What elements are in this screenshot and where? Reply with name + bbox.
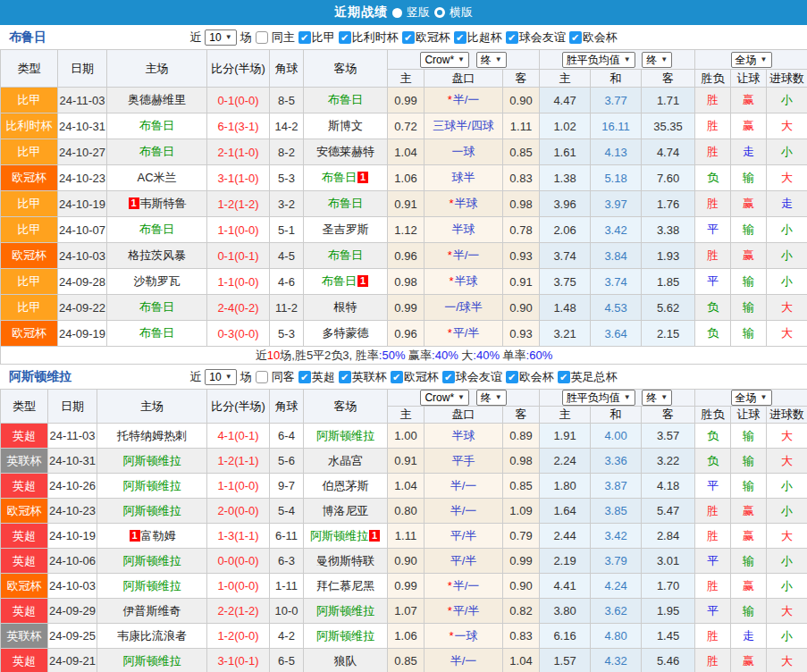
radio-unselected-icon[interactable]	[434, 7, 445, 18]
handicap-line-text: 一/球半	[444, 300, 483, 314]
league-filter[interactable]: ✔球会友谊	[506, 29, 566, 46]
league-filter[interactable]: ✔欧会杯	[569, 29, 618, 46]
checkbox-checked-icon[interactable]: ✔	[339, 31, 351, 44]
handicap-line-text: 平/半	[453, 326, 480, 340]
league-filter[interactable]: ✔欧冠杯	[402, 29, 450, 46]
avg-away-odds: 1.95	[642, 599, 695, 624]
layout-option-horizontal[interactable]: 横版	[450, 4, 473, 21]
goals-outcome-text: 小	[781, 145, 793, 158]
league-filter[interactable]: ✔英超	[298, 369, 335, 385]
league-filter[interactable]: ✔比利时杯	[339, 29, 399, 46]
goals-outcome: 大	[767, 295, 807, 321]
matches-body: 比甲24-11-03奥德赫维里0-1(0-0)8-5布鲁日0.99*半/一0.9…	[1, 88, 807, 365]
checkbox-checked-icon[interactable]: ✔	[454, 31, 467, 44]
bookmaker-select[interactable]: Crow* ▼	[420, 390, 469, 406]
avg-odds-select[interactable]: 胜平负均值 ▼	[562, 52, 635, 68]
avg-away-odds-text: 1.45	[657, 629, 679, 643]
checkbox-checked-icon[interactable]: ✔	[298, 31, 311, 44]
avg-draw-odds: 5.18	[591, 165, 642, 191]
handicap-outcome-text: 输	[743, 429, 754, 442]
corner-count: 6-11	[270, 524, 304, 549]
handicap-outcome-text: 赢	[743, 529, 754, 542]
match-scope-select[interactable]: 全场 ▼	[731, 390, 772, 406]
goals-outcome: 大	[767, 599, 807, 624]
recent-count-select[interactable]: 10 ▼	[205, 369, 236, 385]
match-type: 欧冠杯	[1, 574, 48, 599]
handicap-time-select[interactable]: 终 ▼	[476, 52, 507, 68]
goals-outcome: 小	[767, 549, 807, 574]
checkbox-checked-icon[interactable]: ✔	[442, 371, 455, 383]
handicap-away-odds-text: 0.79	[509, 529, 532, 542]
handicap-home-odds-text: 0.99	[394, 94, 416, 107]
match-date: 24-10-03	[48, 574, 97, 599]
corner-count: 4-5	[270, 243, 304, 269]
home-team: 布鲁日	[107, 295, 207, 321]
avg-draw-odds: 16.11	[591, 113, 642, 139]
match-score-text: 1-2(1-1)	[217, 454, 258, 467]
radio-selected-icon[interactable]	[392, 8, 402, 18]
checkbox-checked-icon[interactable]: ✔	[339, 371, 351, 383]
avg-away-odds: 7.60	[642, 165, 695, 191]
league-filter[interactable]: ✔英联杯	[339, 369, 387, 385]
match-row: 欧冠杯24-10-03格拉茨风暴0-1(0-1)4-5布鲁日0.96*半/一0.…	[1, 243, 807, 269]
home-team-name: 韦康比流浪者	[117, 629, 187, 643]
layout-option-vertical[interactable]: 竖版	[407, 4, 430, 21]
checkbox-checked-icon[interactable]: ✔	[569, 31, 582, 44]
home-team: 布鲁日	[107, 217, 207, 243]
handicap-line-text: 平手	[452, 454, 475, 467]
league-filter[interactable]: ✔欧冠杯	[391, 369, 439, 385]
result-outcome: 胜	[695, 624, 731, 649]
handicap-home-odds-text: 0.96	[394, 249, 416, 263]
checkbox-checked-icon[interactable]: ✔	[558, 371, 570, 383]
checkbox-checked-icon[interactable]: ✔	[402, 31, 415, 44]
avg-away-odds-text: 1.85	[657, 275, 679, 289]
handicap-line-text: 半/一	[450, 504, 477, 517]
handicap-outcome-text: 走	[743, 145, 754, 158]
checkbox-checked-icon[interactable]: ✔	[298, 371, 311, 383]
handicap-controls-cell: Crow* ▼ 终 ▼	[388, 50, 540, 70]
same-venue-checkbox[interactable]	[256, 31, 268, 44]
league-filter[interactable]: ✔英足总杯	[558, 369, 618, 385]
match-scope-select[interactable]: 全场 ▼	[731, 52, 772, 68]
avg-time-select[interactable]: 终 ▼	[642, 390, 672, 406]
checkbox-checked-icon[interactable]: ✔	[506, 371, 518, 383]
league-filter[interactable]: ✔比甲	[298, 29, 335, 46]
goals-outcome-text: 小	[781, 274, 793, 288]
result-outcome: 胜	[695, 649, 731, 672]
corner-count-text: 5-4	[278, 504, 295, 517]
checkbox-checked-icon[interactable]: ✔	[391, 371, 403, 383]
avg-draw-odds-text: 3.74	[604, 275, 626, 289]
match-type: 比甲	[1, 269, 58, 295]
result-outcome-text: 负	[707, 454, 719, 467]
league-filter[interactable]: ✔比超杯	[454, 29, 502, 46]
avg-away-odds-text: 1.93	[657, 249, 679, 263]
handicap-star: *	[449, 629, 453, 643]
avg-away-odds: 2.15	[642, 321, 695, 347]
match-score: 2-4(0-2)	[207, 295, 270, 321]
same-venue-checkbox[interactable]	[256, 371, 268, 383]
corner-count-text: 10-0	[274, 604, 298, 617]
match-row: 比甲24-09-22布鲁日2-4(0-2)11-2根特0.99一/球半0.901…	[1, 295, 807, 321]
avg-draw-odds: 3.74	[591, 269, 642, 295]
checkbox-checked-icon[interactable]: ✔	[506, 31, 518, 44]
handicap-time-select[interactable]: 终 ▼	[476, 390, 507, 406]
handicap-outcome: 输	[731, 549, 767, 574]
match-date: 24-10-27	[58, 139, 107, 165]
avg-odds-select[interactable]: 胜平负均值 ▼	[562, 390, 635, 406]
match-score-text: 0-1(0-0)	[217, 94, 258, 107]
recent-count-select[interactable]: 10 ▼	[205, 29, 236, 46]
avg-away-odds-text: 7.60	[657, 172, 679, 185]
bookmaker-select[interactable]: Crow* ▼	[420, 52, 469, 68]
handicap-outcome-text: 输	[743, 604, 754, 617]
goals-outcome: 大	[767, 165, 807, 191]
handicap-home-odds: 0.96	[388, 321, 425, 347]
league-filter[interactable]: ✔欧会杯	[506, 369, 554, 385]
match-date: 24-10-31	[58, 113, 107, 139]
league-filter[interactable]: ✔球会友谊	[442, 369, 502, 385]
match-date-text: 24-10-23	[59, 172, 105, 185]
avg-away-odds: 35.35	[642, 113, 695, 139]
handicap-line: 一球	[425, 139, 503, 165]
chevron-down-icon: ▼	[458, 54, 465, 66]
goals-outcome: 小	[767, 139, 807, 165]
avg-time-select[interactable]: 终 ▼	[642, 52, 672, 68]
